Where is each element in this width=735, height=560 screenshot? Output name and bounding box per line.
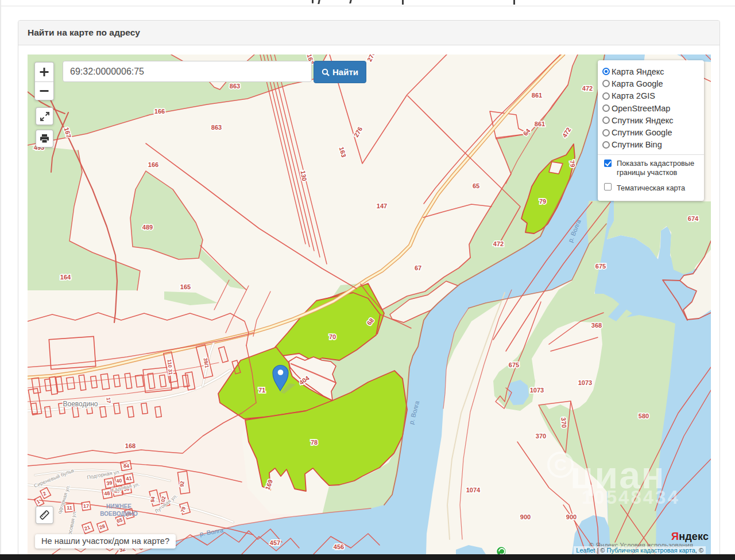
svg-text:166: 166: [154, 108, 165, 115]
svg-text:70: 70: [329, 333, 336, 340]
svg-text:164: 164: [60, 274, 71, 281]
svg-text:1074: 1074: [466, 487, 481, 493]
svg-text:861: 861: [535, 120, 545, 127]
svg-text:861: 861: [532, 92, 542, 99]
svg-text:79: 79: [568, 160, 577, 168]
svg-text:39: 39: [106, 480, 113, 487]
svg-text:863: 863: [230, 83, 240, 90]
svg-text:900: 900: [520, 514, 531, 520]
svg-text:1073: 1073: [578, 379, 592, 386]
svg-text:580: 580: [639, 413, 649, 419]
svg-text:40: 40: [116, 477, 123, 484]
svg-text:92: 92: [179, 481, 185, 488]
svg-text:863: 863: [211, 124, 222, 131]
svg-text:71: 71: [258, 387, 265, 394]
svg-text:674: 674: [688, 215, 699, 222]
svg-text:166: 166: [148, 161, 158, 168]
svg-text:НИЖНЕЕ: НИЖНЕЕ: [106, 503, 131, 510]
svg-text:457: 457: [270, 539, 280, 546]
svg-text:17: 17: [106, 397, 112, 403]
svg-text:48: 48: [104, 490, 111, 497]
svg-text:84: 84: [123, 463, 129, 469]
svg-text:368: 368: [591, 322, 602, 329]
svg-text:675: 675: [595, 263, 606, 270]
svg-text:168: 168: [125, 442, 136, 449]
svg-text:79: 79: [539, 198, 546, 205]
svg-text:67: 67: [415, 265, 421, 271]
svg-text:94: 94: [149, 496, 156, 503]
svg-text:65: 65: [473, 182, 479, 189]
svg-text:370: 370: [536, 433, 546, 440]
svg-text:675: 675: [509, 361, 519, 368]
svg-text:489: 489: [142, 224, 153, 231]
svg-text:17: 17: [83, 503, 89, 509]
svg-text:165: 165: [180, 283, 191, 290]
svg-text:456: 456: [334, 543, 344, 550]
svg-text:472: 472: [582, 85, 593, 92]
svg-text:147: 147: [377, 203, 387, 209]
svg-text:78: 78: [311, 439, 318, 446]
svg-text:ВОЕВОДИНО: ВОЕВОДИНО: [100, 511, 138, 517]
svg-text:472: 472: [493, 240, 504, 247]
svg-text:41: 41: [126, 475, 133, 482]
svg-text:Воеводино: Воеводино: [63, 400, 98, 408]
svg-text:370: 370: [560, 417, 568, 428]
svg-text:1073: 1073: [530, 387, 544, 394]
svg-text:900: 900: [566, 514, 577, 520]
